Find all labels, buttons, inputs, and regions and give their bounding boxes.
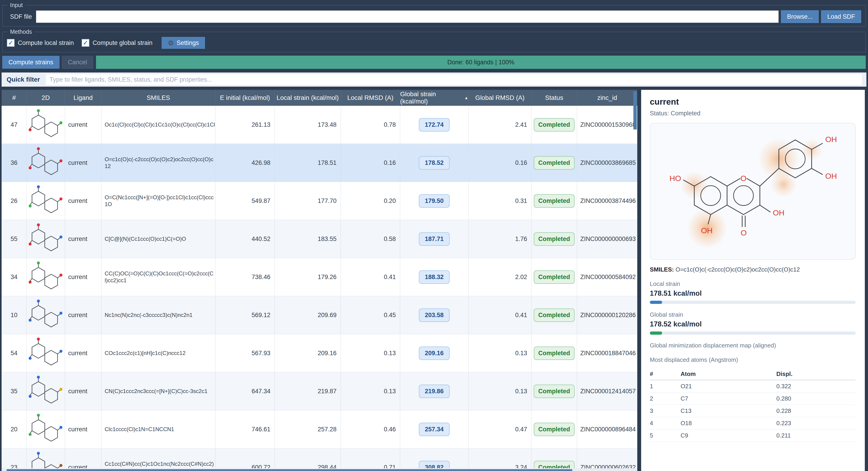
most-displaced-atoms-label: Most displaced atoms (Angstrom) — [650, 356, 856, 364]
detail-smiles-value: O=c1c(O)c(-c2ccc(O)c(O)c2)oc2cc(O)cc(O)c… — [676, 266, 800, 273]
global-strain-bar — [650, 332, 856, 335]
row-ligand-cell: current — [65, 106, 101, 144]
row-e-initial-cell: 738.46 — [215, 258, 275, 296]
row-local-strain-cell: 298.44 — [275, 448, 341, 468]
table-row[interactable]: 34 current CC(C)OC(=O)C(C)(C)Oc1ccc(C(=O… — [2, 258, 637, 296]
input-group: Input SDF file Browse... Load SDF — [2, 2, 866, 27]
table-row[interactable]: 55 current C[C@](N)(Cc1ccc(O)cc1)C(=O)O … — [2, 220, 637, 258]
row-e-initial-cell: 647.34 — [215, 372, 275, 410]
row-zinc-id-cell: ZINC000000896484 — [577, 410, 637, 448]
browse-button[interactable]: Browse... — [781, 10, 819, 23]
row-smiles-cell: COc1ccc2c(c1)[nH]c1c(C)nccc12 — [101, 334, 215, 372]
disp-index: 3 — [650, 407, 681, 414]
column-header-status[interactable]: Status — [531, 90, 577, 106]
main-area: # 2D Ligand SMILES E initial (kcal/mol) … — [2, 90, 868, 471]
row-local-rmsd-cell: 0.71 — [341, 448, 400, 468]
disp-atom: C7 — [681, 395, 776, 402]
global-strain-badge: 179.50 — [419, 194, 450, 208]
status-badge: Completed — [534, 232, 575, 246]
settings-button-label: Settings — [177, 39, 199, 46]
table-row[interactable]: 23 current Cc1cc(C#N)cc(C)c1Oc1nc(Nc2ccc… — [2, 448, 637, 468]
displaced-atom-row: 2 C7 0.280 — [650, 392, 856, 405]
detail-status: Status: Completed — [650, 110, 856, 117]
molecule-thumbnail — [29, 109, 63, 141]
row-2d-cell — [27, 334, 65, 372]
ligand-table: # 2D Ligand SMILES E initial (kcal/mol) … — [2, 90, 637, 471]
column-header-local-rmsd[interactable]: Local RMSD (A) — [341, 90, 400, 106]
column-header-ligand[interactable]: Ligand — [65, 90, 101, 106]
row-local-rmsd-cell: 0.45 — [341, 296, 400, 334]
horizontal-scrollbar-track[interactable] — [2, 468, 637, 471]
row-global-strain-cell: 209.16 — [400, 334, 469, 372]
table-row[interactable]: 47 current Oc1c(Cl)cc(Cl)c(Cl)c1Cc1c(O)c… — [2, 106, 637, 144]
row-zinc-id-cell: ZINC000000120286 — [577, 296, 637, 334]
molecule-thumbnail — [29, 261, 63, 293]
molecule-thumbnail — [29, 223, 63, 255]
table-row[interactable]: 10 current Nc1nc(N)c2nc(-c3ccccc3)c(N)nc… — [2, 296, 637, 334]
checkbox-checked-icon[interactable]: ✓ — [7, 39, 14, 47]
status-badge: Completed — [534, 423, 575, 436]
row-global-rmsd-cell: 0.16 — [469, 144, 531, 182]
disp-atom: O18 — [681, 420, 776, 427]
row-e-initial-cell: 549.87 — [215, 182, 275, 220]
gear-icon: ⚙ — [168, 39, 174, 47]
table-row[interactable]: 20 current Clc1cccc(Cl)c1N=C1NCCN1 746.6… — [2, 410, 637, 448]
row-smiles-cell: Cc1cc(C#N)cc(C)c1Oc1nc(Nc2ccc(C#N)cc2)nc… — [101, 448, 215, 468]
row-index-cell: 23 — [2, 448, 27, 468]
row-zinc-id-cell: ZINC000000584092 — [577, 258, 637, 296]
global-strain-badge: 257.34 — [419, 423, 450, 436]
row-local-strain-cell: 177.70 — [275, 182, 341, 220]
column-header-smiles[interactable]: SMILES — [101, 90, 215, 106]
settings-button[interactable]: ⚙ Settings — [162, 37, 205, 49]
row-global-strain-cell: 257.34 — [400, 410, 469, 448]
row-e-initial-cell: 600.72 — [215, 448, 275, 468]
global-strain-badge: 172.74 — [419, 118, 450, 131]
row-global-strain-cell: 203.58 — [400, 296, 469, 334]
vertical-scrollbar-thumb[interactable] — [633, 91, 637, 129]
row-smiles-cell: Clc1cccc(Cl)c1N=C1NCCN1 — [101, 410, 215, 448]
local-strain-value: 178.51 kcal/mol — [650, 289, 856, 297]
row-2d-cell — [27, 372, 65, 410]
sdf-file-input[interactable] — [36, 10, 779, 23]
column-header-local-strain[interactable]: Local strain (kcal/mol) — [275, 90, 341, 106]
table-row[interactable]: 35 current CN(C)c1ccc2nc3ccc(=[N+](C)C)c… — [2, 372, 637, 410]
load-sdf-button[interactable]: Load SDF — [821, 10, 861, 23]
disp-atom: C13 — [681, 407, 776, 414]
methods-group-legend: Methods — [8, 29, 34, 35]
quick-filter-bar: Quick filter — [2, 72, 866, 87]
compute-local-strain-checkbox-group[interactable]: ✓ Compute local strain — [7, 39, 74, 47]
row-2d-cell — [27, 106, 65, 144]
displaced-atoms-table: # Atom Displ. 1 O21 0.322 2 C7 0.280 3 C… — [650, 368, 856, 442]
cancel-button[interactable]: Cancel — [62, 56, 93, 69]
row-global-strain-cell: 308.82 — [400, 448, 469, 468]
column-header-index[interactable]: # — [2, 90, 27, 106]
row-global-rmsd-cell: 0.31 — [469, 182, 531, 220]
row-local-rmsd-cell: 0.13 — [341, 372, 400, 410]
column-header-e-initial[interactable]: E initial (kcal/mol) — [215, 90, 275, 106]
row-zinc-id-cell: ZINC000018847046 — [577, 334, 637, 372]
compute-strains-button[interactable]: Compute strains — [2, 56, 60, 69]
molecule-thumbnail — [29, 337, 63, 369]
column-header-2d[interactable]: 2D — [27, 90, 65, 106]
quick-filter-input[interactable] — [46, 74, 862, 85]
column-header-zinc-id[interactable]: zinc_id — [577, 90, 637, 106]
svg-text:HO: HO — [670, 174, 681, 183]
horizontal-scrollbar-thumb[interactable] — [7, 469, 572, 471]
disp-column-displ: Displ. — [776, 371, 856, 378]
table-row[interactable]: 36 current O=c1c(O)c(-c2ccc(O)c(O)c2)oc2… — [2, 144, 637, 182]
checkbox-checked-icon[interactable]: ✓ — [82, 39, 89, 47]
local-strain-bar-fill — [650, 301, 662, 304]
table-row[interactable]: 26 current O=C(Nc1ccc([N+](=O)[O-])cc1Cl… — [2, 182, 637, 220]
disp-value: 0.322 — [776, 383, 856, 390]
row-e-initial-cell: 569.12 — [215, 296, 275, 334]
displaced-atom-row: 5 C9 0.211 — [650, 430, 856, 442]
row-e-initial-cell: 746.61 — [215, 410, 275, 448]
column-header-global-strain[interactable]: Global strain (kcal/mol) ▲ — [400, 90, 469, 106]
compute-global-strain-checkbox-group[interactable]: ✓ Compute global strain — [82, 39, 153, 47]
global-strain-badge: 178.52 — [419, 156, 450, 169]
status-badge: Completed — [534, 385, 575, 398]
table-row[interactable]: 54 current COc1ccc2c(c1)[nH]c1c(C)nccc12… — [2, 334, 637, 372]
row-local-rmsd-cell: 0.20 — [341, 182, 400, 220]
row-e-initial-cell: 440.52 — [215, 220, 275, 258]
column-header-global-rmsd[interactable]: Global RMSD (A) — [469, 90, 531, 106]
